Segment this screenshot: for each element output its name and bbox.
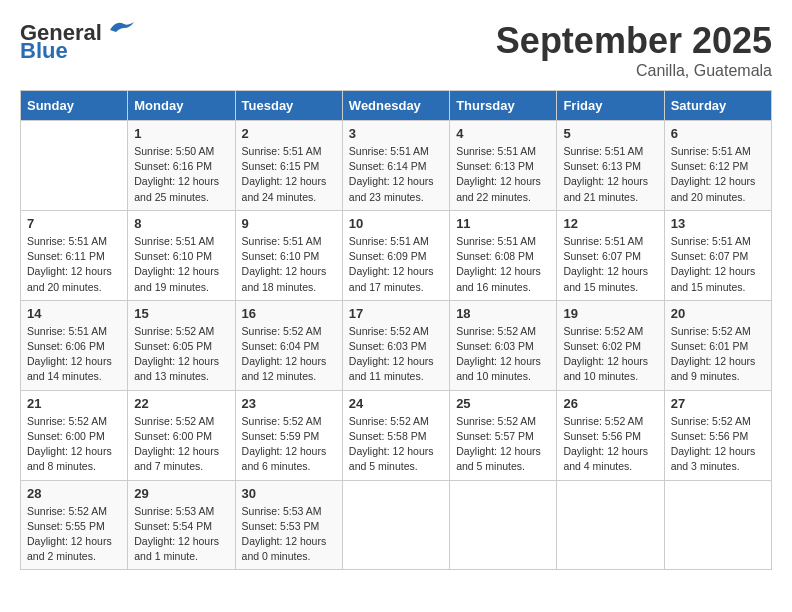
day-number: 24 [349, 396, 443, 411]
calendar-cell: 7Sunrise: 5:51 AM Sunset: 6:11 PM Daylig… [21, 210, 128, 300]
day-number: 4 [456, 126, 550, 141]
day-number: 30 [242, 486, 336, 501]
calendar-cell: 21Sunrise: 5:52 AM Sunset: 6:00 PM Dayli… [21, 390, 128, 480]
calendar-cell: 19Sunrise: 5:52 AM Sunset: 6:02 PM Dayli… [557, 300, 664, 390]
calendar-cell: 18Sunrise: 5:52 AM Sunset: 6:03 PM Dayli… [450, 300, 557, 390]
day-info: Sunrise: 5:52 AM Sunset: 5:58 PM Dayligh… [349, 414, 443, 475]
month-title: September 2025 [496, 20, 772, 62]
calendar-header-row: SundayMondayTuesdayWednesdayThursdayFrid… [21, 91, 772, 121]
day-number: 9 [242, 216, 336, 231]
calendar-cell: 28Sunrise: 5:52 AM Sunset: 5:55 PM Dayli… [21, 480, 128, 570]
day-info: Sunrise: 5:52 AM Sunset: 6:03 PM Dayligh… [349, 324, 443, 385]
day-info: Sunrise: 5:51 AM Sunset: 6:07 PM Dayligh… [563, 234, 657, 295]
calendar-cell: 30Sunrise: 5:53 AM Sunset: 5:53 PM Dayli… [235, 480, 342, 570]
day-number: 10 [349, 216, 443, 231]
header-sunday: Sunday [21, 91, 128, 121]
day-number: 8 [134, 216, 228, 231]
day-number: 17 [349, 306, 443, 321]
calendar-cell: 26Sunrise: 5:52 AM Sunset: 5:56 PM Dayli… [557, 390, 664, 480]
day-info: Sunrise: 5:51 AM Sunset: 6:07 PM Dayligh… [671, 234, 765, 295]
logo-bird-icon [106, 18, 136, 40]
day-number: 29 [134, 486, 228, 501]
day-number: 3 [349, 126, 443, 141]
day-info: Sunrise: 5:51 AM Sunset: 6:10 PM Dayligh… [242, 234, 336, 295]
calendar-cell [664, 480, 771, 570]
calendar-cell: 6Sunrise: 5:51 AM Sunset: 6:12 PM Daylig… [664, 121, 771, 211]
title-block: September 2025 Canilla, Guatemala [496, 20, 772, 80]
header-monday: Monday [128, 91, 235, 121]
calendar-cell: 3Sunrise: 5:51 AM Sunset: 6:14 PM Daylig… [342, 121, 449, 211]
header-thursday: Thursday [450, 91, 557, 121]
day-number: 23 [242, 396, 336, 411]
day-info: Sunrise: 5:52 AM Sunset: 6:00 PM Dayligh… [134, 414, 228, 475]
day-info: Sunrise: 5:53 AM Sunset: 5:53 PM Dayligh… [242, 504, 336, 565]
day-number: 15 [134, 306, 228, 321]
day-number: 26 [563, 396, 657, 411]
day-number: 25 [456, 396, 550, 411]
day-info: Sunrise: 5:52 AM Sunset: 5:59 PM Dayligh… [242, 414, 336, 475]
day-info: Sunrise: 5:51 AM Sunset: 6:11 PM Dayligh… [27, 234, 121, 295]
day-number: 11 [456, 216, 550, 231]
day-info: Sunrise: 5:51 AM Sunset: 6:09 PM Dayligh… [349, 234, 443, 295]
calendar-cell [450, 480, 557, 570]
day-info: Sunrise: 5:51 AM Sunset: 6:14 PM Dayligh… [349, 144, 443, 205]
day-info: Sunrise: 5:51 AM Sunset: 6:15 PM Dayligh… [242, 144, 336, 205]
calendar-cell: 12Sunrise: 5:51 AM Sunset: 6:07 PM Dayli… [557, 210, 664, 300]
calendar-cell [342, 480, 449, 570]
calendar-cell: 23Sunrise: 5:52 AM Sunset: 5:59 PM Dayli… [235, 390, 342, 480]
day-info: Sunrise: 5:52 AM Sunset: 6:01 PM Dayligh… [671, 324, 765, 385]
day-info: Sunrise: 5:52 AM Sunset: 6:02 PM Dayligh… [563, 324, 657, 385]
calendar-week-row: 1Sunrise: 5:50 AM Sunset: 6:16 PM Daylig… [21, 121, 772, 211]
calendar-cell: 22Sunrise: 5:52 AM Sunset: 6:00 PM Dayli… [128, 390, 235, 480]
day-number: 7 [27, 216, 121, 231]
day-number: 22 [134, 396, 228, 411]
day-number: 5 [563, 126, 657, 141]
day-info: Sunrise: 5:51 AM Sunset: 6:06 PM Dayligh… [27, 324, 121, 385]
calendar-cell: 14Sunrise: 5:51 AM Sunset: 6:06 PM Dayli… [21, 300, 128, 390]
header-tuesday: Tuesday [235, 91, 342, 121]
day-info: Sunrise: 5:50 AM Sunset: 6:16 PM Dayligh… [134, 144, 228, 205]
day-info: Sunrise: 5:51 AM Sunset: 6:13 PM Dayligh… [563, 144, 657, 205]
calendar-cell: 5Sunrise: 5:51 AM Sunset: 6:13 PM Daylig… [557, 121, 664, 211]
calendar-cell: 9Sunrise: 5:51 AM Sunset: 6:10 PM Daylig… [235, 210, 342, 300]
calendar-cell: 8Sunrise: 5:51 AM Sunset: 6:10 PM Daylig… [128, 210, 235, 300]
day-number: 21 [27, 396, 121, 411]
day-number: 27 [671, 396, 765, 411]
calendar-cell: 15Sunrise: 5:52 AM Sunset: 6:05 PM Dayli… [128, 300, 235, 390]
day-number: 13 [671, 216, 765, 231]
calendar-week-row: 7Sunrise: 5:51 AM Sunset: 6:11 PM Daylig… [21, 210, 772, 300]
day-info: Sunrise: 5:52 AM Sunset: 6:03 PM Dayligh… [456, 324, 550, 385]
calendar-cell [557, 480, 664, 570]
logo: General Blue [20, 20, 136, 64]
calendar-cell: 11Sunrise: 5:51 AM Sunset: 6:08 PM Dayli… [450, 210, 557, 300]
day-number: 2 [242, 126, 336, 141]
day-number: 14 [27, 306, 121, 321]
day-info: Sunrise: 5:52 AM Sunset: 5:57 PM Dayligh… [456, 414, 550, 475]
calendar-cell: 29Sunrise: 5:53 AM Sunset: 5:54 PM Dayli… [128, 480, 235, 570]
calendar-cell: 24Sunrise: 5:52 AM Sunset: 5:58 PM Dayli… [342, 390, 449, 480]
day-number: 12 [563, 216, 657, 231]
logo-blue: Blue [20, 38, 68, 64]
calendar-cell: 16Sunrise: 5:52 AM Sunset: 6:04 PM Dayli… [235, 300, 342, 390]
header-wednesday: Wednesday [342, 91, 449, 121]
day-number: 18 [456, 306, 550, 321]
day-info: Sunrise: 5:52 AM Sunset: 6:05 PM Dayligh… [134, 324, 228, 385]
calendar-cell: 13Sunrise: 5:51 AM Sunset: 6:07 PM Dayli… [664, 210, 771, 300]
calendar-cell: 2Sunrise: 5:51 AM Sunset: 6:15 PM Daylig… [235, 121, 342, 211]
day-number: 16 [242, 306, 336, 321]
day-info: Sunrise: 5:51 AM Sunset: 6:12 PM Dayligh… [671, 144, 765, 205]
header-saturday: Saturday [664, 91, 771, 121]
day-number: 6 [671, 126, 765, 141]
day-info: Sunrise: 5:51 AM Sunset: 6:10 PM Dayligh… [134, 234, 228, 295]
day-info: Sunrise: 5:52 AM Sunset: 5:56 PM Dayligh… [563, 414, 657, 475]
calendar-cell: 1Sunrise: 5:50 AM Sunset: 6:16 PM Daylig… [128, 121, 235, 211]
calendar-cell: 27Sunrise: 5:52 AM Sunset: 5:56 PM Dayli… [664, 390, 771, 480]
day-info: Sunrise: 5:51 AM Sunset: 6:13 PM Dayligh… [456, 144, 550, 205]
header-friday: Friday [557, 91, 664, 121]
day-info: Sunrise: 5:52 AM Sunset: 6:00 PM Dayligh… [27, 414, 121, 475]
day-info: Sunrise: 5:52 AM Sunset: 6:04 PM Dayligh… [242, 324, 336, 385]
calendar-week-row: 21Sunrise: 5:52 AM Sunset: 6:00 PM Dayli… [21, 390, 772, 480]
day-number: 1 [134, 126, 228, 141]
calendar-cell [21, 121, 128, 211]
calendar-week-row: 14Sunrise: 5:51 AM Sunset: 6:06 PM Dayli… [21, 300, 772, 390]
